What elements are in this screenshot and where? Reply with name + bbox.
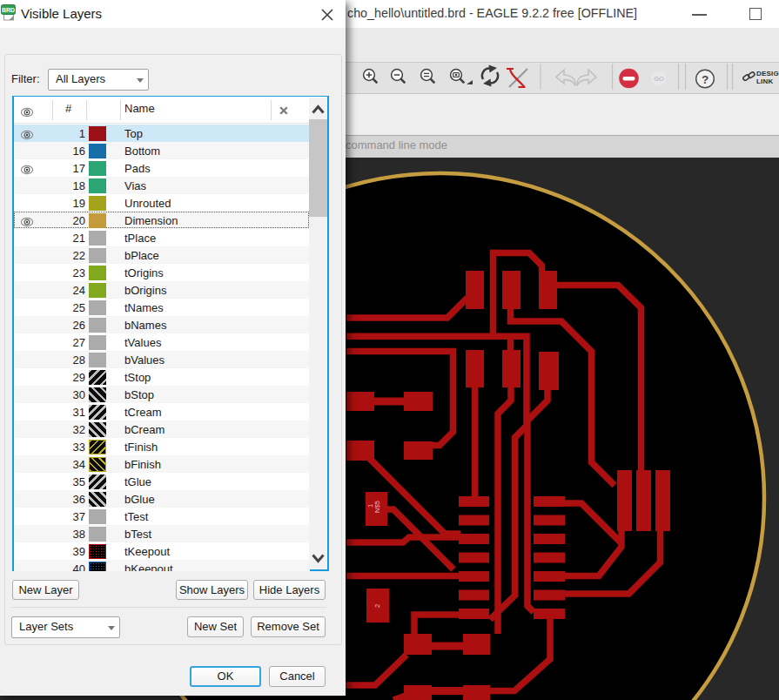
svg-text:DESIGN: DESIGN xyxy=(756,70,779,77)
svg-text:LINK: LINK xyxy=(756,77,773,85)
svg-text:2: 2 xyxy=(373,604,381,608)
svg-text:BRD: BRD xyxy=(2,7,15,13)
svg-text:N$5: N$5 xyxy=(373,501,381,513)
svg-text:?: ? xyxy=(702,73,708,86)
svg-text:GO: GO xyxy=(654,75,664,83)
